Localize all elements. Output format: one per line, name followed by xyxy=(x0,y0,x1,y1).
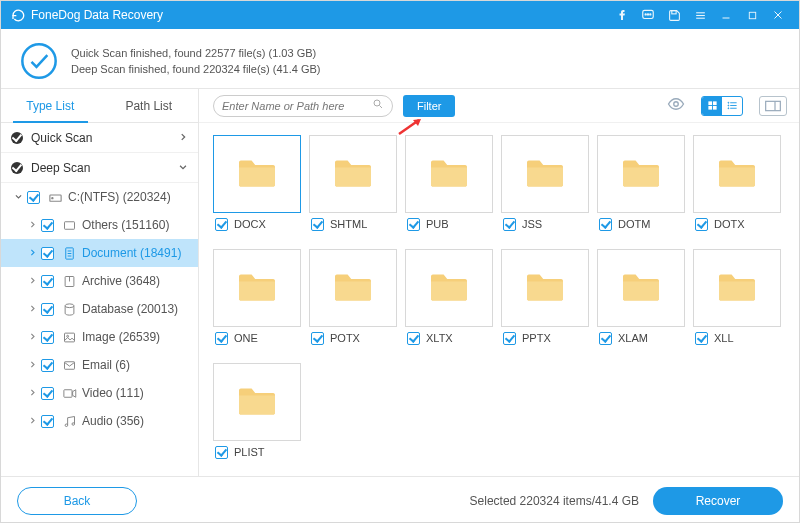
tree-item[interactable]: Archive (3648) xyxy=(1,267,198,295)
folder-thumb[interactable] xyxy=(405,249,493,327)
svg-point-3 xyxy=(650,14,651,15)
tree-item[interactable]: Email (6) xyxy=(1,351,198,379)
svg-point-14 xyxy=(51,197,52,198)
grid-item[interactable]: POTX xyxy=(309,249,397,349)
checkbox[interactable] xyxy=(41,331,54,344)
checkbox[interactable] xyxy=(311,218,324,231)
folder-thumb[interactable] xyxy=(309,135,397,213)
grid-item[interactable]: PUB xyxy=(405,135,493,235)
back-button[interactable]: Back xyxy=(17,487,137,515)
sidebar-tabs: Type List Path List xyxy=(1,89,198,123)
tree-drive[interactable]: C:(NTFS) (220324) xyxy=(1,183,198,211)
grid-item[interactable]: DOTX xyxy=(693,135,781,235)
chevron-right-icon[interactable] xyxy=(25,276,39,287)
tree-item[interactable]: Database (20013) xyxy=(1,295,198,323)
folder-thumb[interactable] xyxy=(501,249,589,327)
recover-button[interactable]: Recover xyxy=(653,487,783,515)
grid-item[interactable]: SHTML xyxy=(309,135,397,235)
checkbox[interactable] xyxy=(41,219,54,232)
checkbox[interactable] xyxy=(215,446,228,459)
preview-icon[interactable] xyxy=(667,95,685,116)
checkbox[interactable] xyxy=(503,218,516,231)
tree-item[interactable]: Video (111) xyxy=(1,379,198,407)
folder-thumb[interactable] xyxy=(213,363,301,441)
chevron-right-icon[interactable] xyxy=(25,248,39,259)
others-icon xyxy=(60,218,78,233)
svg-line-31 xyxy=(380,106,383,109)
checkbox[interactable] xyxy=(695,332,708,345)
search-box[interactable] xyxy=(213,95,393,117)
grid-item[interactable]: DOCX xyxy=(213,135,301,235)
folder-thumb[interactable] xyxy=(501,135,589,213)
status-line-1: Quick Scan finished, found 22577 file(s)… xyxy=(71,45,320,61)
checkbox[interactable] xyxy=(215,332,228,345)
grid-item[interactable]: PLIST xyxy=(213,363,301,463)
grid-item[interactable]: XLTX xyxy=(405,249,493,349)
chevron-right-icon[interactable] xyxy=(25,416,39,427)
maximize-icon[interactable] xyxy=(739,1,765,29)
chevron-right-icon[interactable] xyxy=(25,304,39,315)
folder-thumb[interactable] xyxy=(693,249,781,327)
filter-button[interactable]: Filter xyxy=(403,95,455,117)
chevron-right-icon[interactable] xyxy=(25,388,39,399)
checkbox[interactable] xyxy=(215,218,228,231)
minimize-icon[interactable] xyxy=(713,1,739,29)
folder-icon xyxy=(714,155,760,194)
facebook-icon[interactable] xyxy=(609,1,635,29)
checkbox[interactable] xyxy=(503,332,516,345)
chevron-right-icon[interactable] xyxy=(25,332,39,343)
grid-item[interactable]: XLL xyxy=(693,249,781,349)
archive-icon xyxy=(60,274,78,289)
svg-point-32 xyxy=(674,102,679,107)
section-quick-scan[interactable]: Quick Scan xyxy=(1,123,198,153)
tab-type-list[interactable]: Type List xyxy=(1,89,100,122)
tab-path-list[interactable]: Path List xyxy=(100,89,199,122)
checkbox[interactable] xyxy=(41,415,54,428)
folder-thumb[interactable] xyxy=(693,135,781,213)
tree-item[interactable]: Image (26539) xyxy=(1,323,198,351)
folder-thumb[interactable] xyxy=(213,249,301,327)
chevron-right-icon[interactable] xyxy=(25,360,39,371)
chevron-down-icon[interactable] xyxy=(11,192,25,203)
list-view-icon[interactable] xyxy=(722,97,742,115)
checkbox[interactable] xyxy=(41,359,54,372)
save-icon[interactable] xyxy=(661,1,687,29)
main-panel: Filter DOCXSHTMLPUBJSSDOTMDO xyxy=(199,89,799,476)
grid-item-name: JSS xyxy=(522,218,542,230)
close-icon[interactable] xyxy=(765,1,791,29)
checkbox[interactable] xyxy=(311,332,324,345)
checkbox[interactable] xyxy=(41,247,54,260)
checkbox[interactable] xyxy=(599,218,612,231)
grid-item[interactable]: XLAM xyxy=(597,249,685,349)
menu-icon[interactable] xyxy=(687,1,713,29)
search-input[interactable] xyxy=(222,100,372,112)
checkbox[interactable] xyxy=(407,218,420,231)
section-deep-scan[interactable]: Deep Scan xyxy=(1,153,198,183)
checkbox[interactable] xyxy=(695,218,708,231)
checkbox[interactable] xyxy=(41,275,54,288)
feedback-icon[interactable] xyxy=(635,1,661,29)
folder-thumb[interactable] xyxy=(597,249,685,327)
checkbox[interactable] xyxy=(41,387,54,400)
tree-label: Image (26539) xyxy=(82,330,160,344)
folder-thumb[interactable] xyxy=(213,135,301,213)
tree-item[interactable]: Audio (356) xyxy=(1,407,198,435)
tree-item[interactable]: Others (151160) xyxy=(1,211,198,239)
chevron-right-icon[interactable] xyxy=(25,220,39,231)
grid-item[interactable]: PPTX xyxy=(501,249,589,349)
detail-pane-toggle[interactable] xyxy=(759,96,787,116)
folder-thumb[interactable] xyxy=(309,249,397,327)
checkbox[interactable] xyxy=(41,303,54,316)
checkbox[interactable] xyxy=(599,332,612,345)
folder-thumb[interactable] xyxy=(405,135,493,213)
grid-item[interactable]: JSS xyxy=(501,135,589,235)
grid-item[interactable]: ONE xyxy=(213,249,301,349)
folder-icon xyxy=(714,269,760,308)
grid-item[interactable]: DOTM xyxy=(597,135,685,235)
tree-item[interactable]: Document (18491) xyxy=(1,239,198,267)
checkbox[interactable] xyxy=(407,332,420,345)
folder-thumb[interactable] xyxy=(597,135,685,213)
grid-view-icon[interactable] xyxy=(702,97,722,115)
folder-icon xyxy=(234,269,280,308)
checkbox[interactable] xyxy=(27,191,40,204)
